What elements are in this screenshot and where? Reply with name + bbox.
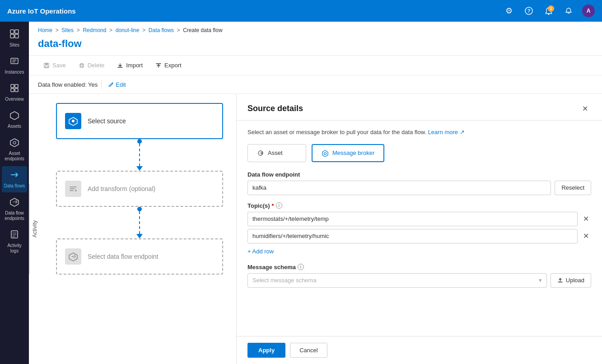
endpoint-field-group: Data flow endpoint Reselect (247, 171, 591, 195)
import-button[interactable]: Import (112, 59, 148, 71)
panel-close-button[interactable]: ✕ (579, 102, 591, 115)
edit-button[interactable]: Edit (105, 80, 128, 89)
sidebar-item-instances[interactable]: Instances (2, 52, 27, 79)
save-icon (43, 62, 50, 69)
connector-2 (136, 207, 143, 238)
add-row-button[interactable]: + Add row (247, 246, 274, 257)
activity-logs-icon (9, 229, 19, 242)
notification-badge: 1 (548, 5, 554, 12)
panel-footer: Apply Cancel (237, 336, 602, 364)
schema-field-group: Message schema i Select message schema ▾… (247, 264, 591, 288)
breadcrumb-sites[interactable]: Sites (61, 27, 74, 33)
sidebar-item-data-flows[interactable]: Data flows (2, 166, 27, 192)
svg-rect-20 (80, 64, 84, 67)
topics-info-icon[interactable]: i (276, 202, 282, 209)
toolbar: Save Delete Import Export (29, 55, 602, 75)
sidebar-item-data-flow-endpoints[interactable]: Data flow endpoints (2, 193, 27, 225)
destination-node-label: Select data flow endpoint (88, 253, 158, 260)
breadcrumb: Home > Sites > Redmond > donut-line > Da… (29, 22, 602, 36)
sidebar-label-instances: Instances (5, 70, 24, 75)
transform-node-label: Add transform (optional) (88, 185, 155, 192)
panel-description: Select an asset or message broker to pul… (247, 128, 591, 137)
topics-required: * (272, 202, 274, 209)
sidebar-label-assets: Assets (8, 124, 21, 129)
export-icon (155, 62, 162, 69)
svg-rect-6 (15, 34, 19, 38)
connector-line-2 (139, 211, 140, 234)
schema-select[interactable]: Select message schema ▾ (247, 273, 547, 288)
breadcrumb-donut-line[interactable]: donut-line (116, 27, 140, 33)
svg-text:?: ? (527, 8, 531, 14)
chevron-down-icon: ▾ (539, 277, 542, 284)
asset-icon (257, 149, 264, 157)
svg-rect-3 (10, 30, 14, 33)
message-broker-button[interactable]: Message broker (312, 144, 384, 162)
topic-input-1[interactable] (247, 212, 578, 226)
sidebar-item-sites[interactable]: Sites (2, 25, 27, 51)
export-button[interactable]: Export (150, 59, 187, 71)
assets-icon (9, 110, 19, 122)
side-panel: Source details ✕ Select an asset or mess… (236, 94, 602, 364)
delete-button[interactable]: Delete (73, 59, 110, 71)
apply-button[interactable]: Apply (247, 343, 285, 358)
avatar[interactable]: A (582, 5, 595, 17)
status-bar: Data flow enabled: Yes Edit (29, 75, 602, 94)
instances-icon (9, 56, 19, 68)
sites-icon (9, 29, 19, 41)
topic-input-2[interactable] (247, 229, 578, 243)
connector-1 (136, 139, 143, 171)
svg-rect-4 (15, 30, 19, 33)
reselect-button[interactable]: Reselect (555, 181, 591, 195)
asset-button[interactable]: Asset (247, 144, 306, 162)
help-icon[interactable]: ? (523, 5, 535, 17)
asset-endpoints-icon (9, 137, 19, 149)
sidebar-item-asset-endpoints[interactable]: Asset endpoints (2, 134, 27, 165)
activity-label: Activity (29, 184, 40, 274)
upload-button[interactable]: Upload (551, 273, 591, 288)
cancel-button[interactable]: Cancel (290, 343, 327, 358)
import-icon (117, 62, 123, 69)
breadcrumb-home[interactable]: Home (38, 27, 52, 33)
svg-point-2 (548, 14, 550, 15)
svg-marker-12 (10, 112, 19, 120)
delete-icon (79, 62, 85, 69)
topic-remove-1[interactable]: ✕ (580, 214, 591, 224)
schema-info-icon[interactable]: i (298, 264, 304, 270)
sidebar-item-assets[interactable]: Assets (2, 107, 27, 133)
connector-dot-1 (137, 139, 142, 144)
endpoint-input[interactable] (247, 181, 551, 195)
connector-arrow-2 (136, 234, 143, 238)
notifications-icon[interactable]: 1 (542, 5, 555, 17)
bell-icon[interactable] (562, 5, 575, 17)
source-node-label: Select source (88, 117, 126, 125)
svg-rect-7 (11, 58, 18, 64)
activity-section: Activity (29, 184, 40, 274)
topic-row-1: ✕ (247, 212, 591, 226)
schema-select-row: Select message schema ▾ Upload (247, 273, 591, 288)
destination-node[interactable]: Select data flow endpoint (56, 238, 223, 275)
svg-rect-9 (15, 84, 18, 88)
breadcrumb-redmond[interactable]: Redmond (83, 27, 106, 33)
panel-body: Select an asset or message broker to pul… (237, 121, 602, 336)
svg-marker-23 (69, 253, 77, 261)
topics-field-group: Topic(s) * i ✕ ✕ + Add row (247, 202, 591, 257)
flow-status: Data flow enabled: Yes (38, 81, 98, 88)
overview-icon (9, 83, 19, 95)
destination-node-icon (65, 248, 81, 265)
source-node[interactable]: Select source (56, 103, 223, 139)
sidebar: Sites Instances Overview Assets Asset en… (0, 22, 29, 364)
learn-more-link[interactable]: Learn more ↗ (428, 129, 465, 135)
settings-icon[interactable]: ⚙ (503, 5, 515, 17)
canvas-inner: Select source Add transform (optional) (56, 103, 223, 275)
breadcrumb-data-flows[interactable]: Data flows (149, 27, 174, 33)
topics-field-label: Topic(s) * i (247, 202, 591, 209)
sidebar-item-activity-logs[interactable]: Activity logs (2, 226, 27, 257)
connector-dot-2 (137, 207, 142, 211)
topic-remove-2[interactable]: ✕ (580, 231, 591, 242)
sidebar-label-activity-logs: Activity logs (4, 243, 25, 254)
main-layout: Sites Instances Overview Assets Asset en… (0, 22, 602, 364)
save-button[interactable]: Save (38, 59, 71, 71)
topbar: Azure IoT Operations ⚙ ? 1 A (0, 0, 602, 22)
sidebar-item-overview[interactable]: Overview (2, 79, 27, 106)
transform-node[interactable]: Add transform (optional) (56, 171, 223, 207)
